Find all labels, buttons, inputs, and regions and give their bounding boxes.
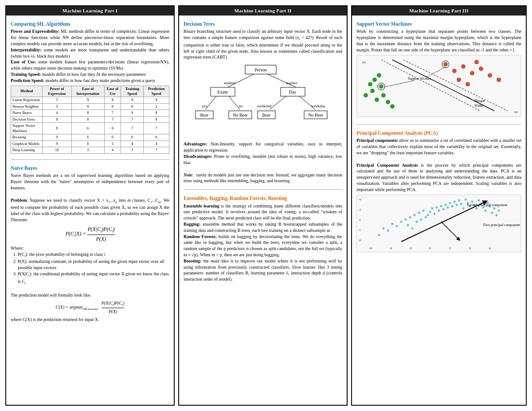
- svg-line-120: [401, 202, 485, 242]
- svg-text:4: 4: [469, 247, 471, 250]
- table-row: Deep Learning103437: [11, 147, 169, 153]
- th-method: Method: [11, 86, 43, 97]
- training-text: models differ in how fast they fit the n…: [42, 72, 146, 77]
- svg-text:Support Vectors: Support Vectors: [408, 77, 430, 81]
- svg-text:Exam: Exam: [217, 90, 228, 94]
- svg-text:student: student: [224, 81, 235, 85]
- svg-point-47: [457, 78, 461, 82]
- svg-point-86: [425, 216, 427, 218]
- svg-text:Person: Person: [254, 67, 266, 72]
- decision-trees-section: Decision Trees Binary branching structur…: [184, 21, 342, 184]
- comparing-section: Comparing ML Algorithms Power and Expres…: [11, 21, 169, 154]
- svg-point-98: [451, 205, 454, 207]
- svg-point-36: [386, 100, 390, 104]
- nb-closing-1: The prediction model will formally look …: [11, 292, 169, 298]
- interpret-para: Interpretability: some models are more t…: [11, 47, 169, 59]
- decision-tree-diagram: Person student teacher Exam Day: [184, 63, 342, 138]
- svg-point-95: [445, 204, 447, 206]
- svg-point-33: [370, 89, 375, 93]
- ease-label: Ease of Use:: [11, 59, 36, 64]
- th-interp: Ease of Interpretation: [71, 86, 104, 97]
- svg-point-48: [497, 78, 501, 82]
- svg-text:Margin: Margin: [474, 99, 485, 103]
- th-ease: Ease of Use: [104, 86, 121, 97]
- svg-text:weekend: weekend: [257, 104, 271, 108]
- svg-text:2: 2: [449, 247, 451, 250]
- svg-point-99: [454, 200, 456, 203]
- svg-point-116: [491, 211, 493, 214]
- col1-header: Machine Learning Part I: [6, 6, 174, 16]
- table-row: Nearest Neighbor59982: [11, 103, 169, 110]
- svg-line-14: [270, 96, 286, 110]
- svg-point-107: [471, 200, 473, 203]
- svg-point-110: [478, 199, 480, 201]
- svg-point-42: [452, 69, 457, 73]
- pca-svg: 4 3 2 1 0 -6 -4 -2 0 2 4 6: [357, 195, 521, 252]
- svm-chart: x₁ x₂: [356, 55, 521, 117]
- svg-point-78: [407, 224, 409, 226]
- svg-text:1: 1: [359, 228, 361, 232]
- svm-svg: x₁ x₂: [357, 55, 521, 117]
- svg-point-102: [460, 203, 462, 205]
- svg-point-118: [496, 214, 498, 216]
- svg-point-35: [375, 98, 379, 102]
- svg-line-28: [392, 60, 494, 111]
- svg-text:no: no: [239, 104, 243, 108]
- svg-text:Width: Width: [474, 104, 483, 108]
- table-row: Support Vector Machines86677: [11, 123, 169, 134]
- svg-point-117: [493, 207, 496, 209]
- svg-text:First principal component: First principal component: [483, 223, 520, 227]
- table-row: Graphical Models98344: [11, 141, 169, 147]
- pca-para-2: Principal Component Analysis is the proc…: [356, 162, 521, 193]
- svg-point-81: [414, 214, 416, 216]
- svg-text:-4: -4: [389, 247, 392, 250]
- where-label: Where:: [11, 245, 169, 251]
- svg-line-58: [467, 96, 473, 101]
- ensembles-section: Ensembles, Bagging, Random Forests, Boos…: [184, 195, 342, 282]
- nb-closing-2: where C(X) is the prediction returned fo…: [11, 317, 169, 323]
- svg-point-119: [498, 209, 500, 211]
- svg-point-40: [364, 93, 368, 98]
- page: Machine Learning Part I Comparing ML Alg…: [0, 0, 532, 411]
- divider-1: [11, 159, 169, 160]
- svg-point-32: [379, 84, 383, 89]
- svg-point-79: [409, 216, 411, 218]
- predict-text: models differ in how fast they make pred…: [45, 78, 155, 83]
- disadvantages-label: Disadvantages:: [184, 154, 212, 159]
- svg-point-38: [390, 104, 395, 109]
- th-pred: Prediction Speed: [144, 86, 169, 97]
- bagging-para: Bagging: ensemble method that works by t…: [184, 221, 342, 234]
- svg-text:-2: -2: [409, 247, 412, 250]
- table-row: Linear Regression59999: [11, 97, 169, 103]
- svg-text:Second principal component: Second principal component: [467, 203, 508, 207]
- training-para: Training Speed: models differ in how fas…: [11, 71, 169, 78]
- ensemble-para: Ensemble learning is the strategy of com…: [184, 203, 342, 221]
- svg-point-96: [447, 206, 449, 208]
- svm-section: Support Vector Machines Work by construc…: [356, 21, 521, 119]
- predict-label: Prediction Speed:: [11, 78, 44, 83]
- predict-para: Prediction Speed: models differ in how f…: [11, 78, 169, 84]
- svg-point-89: [431, 207, 434, 209]
- power-para: Power and Expressibility: ML methods dif…: [11, 28, 169, 47]
- svg-point-50: [474, 60, 479, 64]
- dt-note: Note: rarely do models just use one deci…: [184, 172, 342, 184]
- svg-point-84: [420, 218, 422, 220]
- svg-point-71: [378, 234, 380, 236]
- th-power: Power of Expression: [43, 86, 72, 97]
- nb-problem: Problem: Suppose we need to classify vec…: [11, 197, 169, 223]
- naive-bayes-title: Naive Bayes: [11, 165, 169, 172]
- divider-3: [356, 124, 521, 125]
- dt-advantages: Advantages: Non-linearity, support for c…: [184, 141, 342, 153]
- list-item: P(X): normalizing constant, or probabili…: [18, 258, 169, 271]
- column-2: Machine Learning Part II Decision Trees …: [178, 5, 348, 406]
- svg-text:Beer: Beer: [200, 113, 209, 117]
- divider-2: [184, 189, 342, 190]
- svg-point-87: [427, 214, 429, 216]
- tree-svg: Person student teacher Exam Day: [192, 63, 334, 138]
- svg-point-45: [479, 67, 483, 71]
- compare-table: Method Power of Expression Ease of Inter…: [11, 86, 169, 154]
- svg-point-46: [488, 73, 492, 78]
- svg-point-94: [442, 208, 445, 210]
- svg-point-85: [422, 209, 425, 211]
- svg-point-80: [411, 227, 414, 229]
